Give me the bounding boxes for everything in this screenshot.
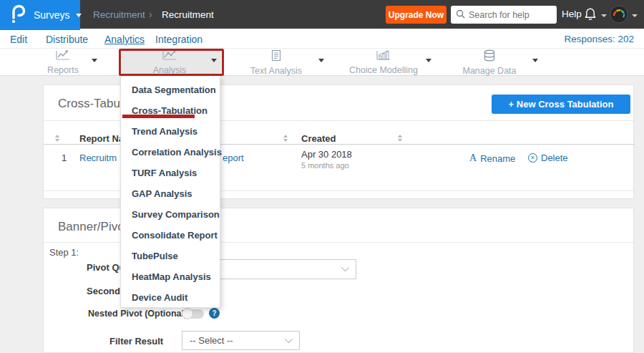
filter-result-select[interactable]: -- Select -- xyxy=(182,331,300,350)
menu-item-turf-analysis[interactable]: TURF Analysis xyxy=(121,163,220,183)
filter-result-value: -- Select -- xyxy=(190,335,233,346)
upgrade-now-button[interactable]: Upgrade Now xyxy=(386,6,447,24)
menu-item-device-audit[interactable]: Device Audit xyxy=(121,287,220,308)
rename-button[interactable]: A Rename xyxy=(469,153,515,164)
scatter-chart-icon xyxy=(162,49,177,64)
menu-item-correlation-analysis[interactable]: Correlation Analysis xyxy=(121,142,220,163)
manage-data-button[interactable]: Manage Data xyxy=(447,51,532,74)
banner-pivot-title: Banner/Pivo xyxy=(58,220,125,234)
step-label: Step 1: xyxy=(49,247,79,258)
delete-button[interactable]: × Delete xyxy=(528,153,568,163)
product-menu-label: Surveys xyxy=(34,9,70,21)
breadcrumb-separator-icon: › xyxy=(149,9,152,20)
text-analysis-dropdown-caret-icon[interactable] xyxy=(318,59,324,62)
avatar xyxy=(610,5,628,26)
product-menu[interactable]: Surveys xyxy=(0,0,80,30)
breadcrumb-current: Recruitment xyxy=(162,9,214,20)
help-search[interactable] xyxy=(451,6,557,24)
line-chart-icon xyxy=(55,49,71,64)
analysis-label: Analysis xyxy=(153,65,187,75)
chevron-down-icon xyxy=(341,263,349,271)
chevron-down-icon xyxy=(601,14,607,17)
menu-item-survey-comparison[interactable]: Survey Comparison xyxy=(121,204,220,225)
analysis-button[interactable]: Analysis xyxy=(127,51,213,74)
created-relative: 5 months ago xyxy=(301,161,349,170)
app-window: Surveys Recruitment › Recruitment Upgrad… xyxy=(0,0,644,353)
menu-item-data-segmentation[interactable]: Data Segmentation xyxy=(121,79,220,100)
toggle-knob xyxy=(182,308,193,319)
menu-item-tubepulse[interactable]: TubePulse xyxy=(121,246,220,266)
created-date: Apr 30 2018 xyxy=(301,149,352,160)
nested-pivot-toggle[interactable] xyxy=(182,309,204,319)
questionpro-logo-icon xyxy=(9,4,26,26)
rename-a-icon: A xyxy=(469,153,477,164)
analysis-dropdown-menu: Data Segmentation Cross-Tabulation Trend… xyxy=(120,76,220,308)
delete-label: Delete xyxy=(541,153,568,163)
report-name-link-fragment[interactable]: eport xyxy=(223,153,244,163)
chevron-down-icon xyxy=(632,14,638,17)
analysis-dropdown-caret-icon[interactable] xyxy=(211,59,217,62)
notifications-button[interactable] xyxy=(583,6,607,24)
menu-item-gap-analysis[interactable]: GAP Analysis xyxy=(121,183,220,204)
filter-result-label: Filter Result xyxy=(109,336,163,347)
search-input[interactable] xyxy=(469,10,549,20)
sort-report-name-icon[interactable] xyxy=(55,135,59,142)
manage-data-label: Manage Data xyxy=(462,66,516,76)
breadcrumb-parent[interactable]: Recruitment xyxy=(93,9,145,20)
sort-icon[interactable] xyxy=(283,135,288,142)
row-index: 1 xyxy=(62,153,67,163)
reports-dropdown-caret-icon[interactable] xyxy=(92,59,97,62)
bell-icon xyxy=(583,6,597,24)
document-chart-icon xyxy=(270,49,282,64)
choice-modelling-label: Choice Modelling xyxy=(349,65,418,75)
text-analysis-button[interactable]: Text Analysis xyxy=(233,51,319,74)
menu-item-trend-analysis[interactable]: Trend Analysis xyxy=(121,121,220,142)
report-name-link[interactable]: Recruitm xyxy=(79,153,117,163)
reports-label: Reports xyxy=(47,65,79,75)
created-header[interactable]: Created xyxy=(301,133,336,144)
reports-button[interactable]: Reports xyxy=(20,51,106,74)
choice-modelling-button[interactable]: Choice Modelling xyxy=(341,51,426,74)
rename-label: Rename xyxy=(480,153,515,164)
menu-item-cross-tabulation[interactable]: Cross-Tabulation xyxy=(121,100,220,121)
cross-tabulation-title: Cross-Tabula xyxy=(58,97,130,111)
help-question-icon[interactable]: ? xyxy=(209,308,220,319)
sort-icon[interactable] xyxy=(398,135,402,142)
profile-menu[interactable] xyxy=(610,5,638,26)
plus-icon: + xyxy=(509,99,514,110)
help-link[interactable]: Help xyxy=(562,9,582,19)
chevron-down-icon xyxy=(285,335,293,343)
report-name-header[interactable]: Report Na xyxy=(79,133,124,144)
bar-chart-icon xyxy=(376,49,391,64)
text-analysis-label: Text Analysis xyxy=(250,66,302,76)
delete-circle-x-icon: × xyxy=(528,153,537,163)
nested-pivot-label: Nested Pivot (Optional) xyxy=(88,309,187,319)
responses-count[interactable]: Responses: 202 xyxy=(0,34,634,44)
database-icon xyxy=(483,49,496,64)
menu-item-consolidate-report[interactable]: Consolidate Report xyxy=(121,225,220,246)
search-icon xyxy=(456,9,465,21)
new-cross-tabulation-label: New Cross Tabulation xyxy=(517,99,614,110)
manage-data-dropdown-caret-icon[interactable] xyxy=(532,59,538,62)
choice-modelling-dropdown-caret-icon[interactable] xyxy=(426,59,431,62)
menu-item-heatmap-analysis[interactable]: HeatMap Analysis xyxy=(121,266,220,287)
new-cross-tabulation-button[interactable]: + New Cross Tabulation xyxy=(492,95,630,114)
chevron-down-icon xyxy=(76,14,82,17)
